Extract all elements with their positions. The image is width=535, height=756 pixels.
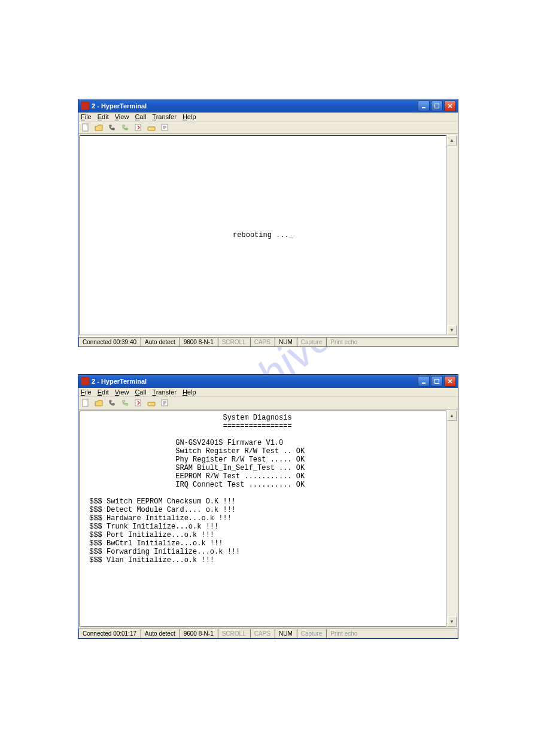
properties-icon[interactable] bbox=[160, 123, 169, 132]
maximize-icon bbox=[434, 379, 439, 384]
status-capture: Capture bbox=[297, 337, 327, 347]
close-icon bbox=[448, 379, 452, 384]
close-button[interactable] bbox=[444, 101, 456, 111]
receive-icon[interactable] bbox=[147, 123, 156, 132]
status-baud: 9600 8-N-1 bbox=[180, 629, 218, 638]
open-icon[interactable] bbox=[94, 398, 104, 408]
scroll-track[interactable] bbox=[447, 421, 457, 617]
minimize-button[interactable] bbox=[418, 101, 430, 111]
menu-label: iew bbox=[119, 113, 129, 120]
scroll-down-icon[interactable]: ▼ bbox=[447, 617, 457, 627]
scrollbar[interactable]: ▲ ▼ bbox=[446, 135, 457, 335]
menu-call[interactable]: Call bbox=[135, 113, 146, 120]
menu-edit[interactable]: Edit bbox=[98, 113, 109, 120]
open-icon[interactable] bbox=[94, 123, 104, 132]
svg-rect-7 bbox=[422, 382, 425, 384]
new-icon[interactable] bbox=[81, 123, 90, 132]
status-num: NUM bbox=[275, 337, 297, 347]
menu-bar: File Edit View Call Transfer Help bbox=[78, 113, 458, 121]
svg-rect-5 bbox=[149, 128, 150, 129]
terminal-text: rebooting ..._ bbox=[233, 231, 293, 239]
menu-view[interactable]: View bbox=[115, 113, 129, 120]
menu-transfer[interactable]: Transfer bbox=[152, 113, 177, 120]
hyperterminal-window-1: 2 - HyperTerminal File Edit View Call Tr… bbox=[78, 99, 458, 347]
maximize-button[interactable] bbox=[431, 101, 443, 111]
call-icon[interactable] bbox=[107, 123, 117, 132]
scroll-down-icon[interactable]: ▼ bbox=[447, 325, 457, 335]
menu-label: ransfer bbox=[156, 113, 177, 120]
menu-label: dit bbox=[102, 113, 109, 120]
disconnect-icon[interactable] bbox=[120, 123, 130, 132]
window-controls bbox=[418, 376, 458, 387]
menu-file[interactable]: File bbox=[81, 388, 92, 396]
status-capture: Capture bbox=[297, 629, 327, 638]
scroll-up-icon[interactable]: ▲ bbox=[447, 411, 457, 421]
send-icon[interactable] bbox=[133, 398, 143, 408]
titlebar[interactable]: 2 - HyperTerminal bbox=[78, 99, 458, 113]
menu-bar: File Edit View Call Transfer Help bbox=[78, 388, 458, 396]
toolbar bbox=[78, 121, 458, 134]
scrollbar[interactable]: ▲ ▼ bbox=[446, 411, 457, 627]
window-title: 2 - HyperTerminal bbox=[92, 378, 418, 385]
send-icon[interactable] bbox=[133, 123, 143, 132]
minimize-icon bbox=[421, 379, 426, 384]
content-area: rebooting ..._ ▲ ▼ bbox=[78, 134, 458, 336]
status-printecho: Print echo bbox=[326, 337, 458, 347]
status-printecho: Print echo bbox=[326, 629, 458, 638]
minimize-icon bbox=[421, 104, 426, 108]
menu-view[interactable]: View bbox=[115, 388, 129, 396]
menu-label: ransfer bbox=[156, 388, 177, 396]
content-area: System Diagnosis ================ GN-GSV… bbox=[78, 409, 458, 628]
menu-help[interactable]: Help bbox=[183, 113, 196, 120]
status-scroll: SCROLL bbox=[218, 337, 250, 347]
maximize-icon bbox=[434, 104, 439, 108]
call-icon[interactable] bbox=[107, 398, 117, 408]
status-connected: Connected 00:01:17 bbox=[78, 629, 141, 638]
menu-label: ile bbox=[85, 388, 92, 396]
minimize-button[interactable] bbox=[418, 376, 430, 387]
hyperterminal-window-2: 2 - HyperTerminal File Edit View Call Tr… bbox=[78, 374, 458, 639]
close-button[interactable] bbox=[444, 376, 456, 387]
status-scroll: SCROLL bbox=[218, 629, 250, 638]
menu-label: elp bbox=[187, 113, 196, 120]
window-controls bbox=[418, 101, 458, 111]
status-bar: Connected 00:01:17 Auto detect 9600 8-N-… bbox=[78, 628, 458, 638]
app-icon bbox=[81, 377, 89, 385]
menu-help[interactable]: Help bbox=[183, 388, 196, 396]
terminal[interactable]: rebooting ..._ bbox=[80, 135, 446, 335]
status-caps: CAPS bbox=[250, 337, 275, 347]
status-detect: Auto detect bbox=[141, 629, 180, 638]
status-bar: Connected 00:39:40 Auto detect 9600 8-N-… bbox=[78, 336, 458, 347]
svg-rect-1 bbox=[435, 104, 439, 108]
app-icon bbox=[81, 102, 89, 110]
titlebar[interactable]: 2 - HyperTerminal bbox=[78, 375, 458, 388]
receive-icon[interactable] bbox=[147, 398, 156, 408]
menu-file[interactable]: File bbox=[81, 113, 92, 120]
new-icon[interactable] bbox=[81, 398, 90, 408]
svg-rect-12 bbox=[149, 403, 150, 405]
status-num: NUM bbox=[275, 629, 297, 638]
menu-label: dit bbox=[102, 388, 109, 396]
menu-label: all bbox=[139, 388, 146, 396]
menu-edit[interactable]: Edit bbox=[98, 388, 109, 396]
menu-label: all bbox=[139, 113, 146, 120]
status-baud: 9600 8-N-1 bbox=[180, 337, 218, 347]
terminal[interactable]: System Diagnosis ================ GN-GSV… bbox=[80, 411, 446, 627]
window-title: 2 - HyperTerminal bbox=[92, 102, 418, 110]
properties-icon[interactable] bbox=[160, 398, 169, 408]
menu-call[interactable]: Call bbox=[135, 388, 146, 396]
status-connected: Connected 00:39:40 bbox=[78, 337, 141, 347]
status-detect: Auto detect bbox=[141, 337, 180, 347]
scroll-up-icon[interactable]: ▲ bbox=[447, 135, 457, 145]
maximize-button[interactable] bbox=[431, 376, 443, 387]
scroll-track[interactable] bbox=[447, 145, 457, 325]
menu-label: ile bbox=[85, 113, 92, 120]
menu-label: elp bbox=[187, 388, 196, 396]
svg-rect-0 bbox=[422, 107, 425, 108]
page: manualshive.com 2 - HyperTerminal File E… bbox=[0, 0, 535, 756]
menu-transfer[interactable]: Transfer bbox=[152, 388, 177, 396]
disconnect-icon[interactable] bbox=[120, 398, 130, 408]
status-caps: CAPS bbox=[250, 629, 275, 638]
close-icon bbox=[448, 104, 452, 108]
svg-rect-4 bbox=[148, 127, 155, 130]
